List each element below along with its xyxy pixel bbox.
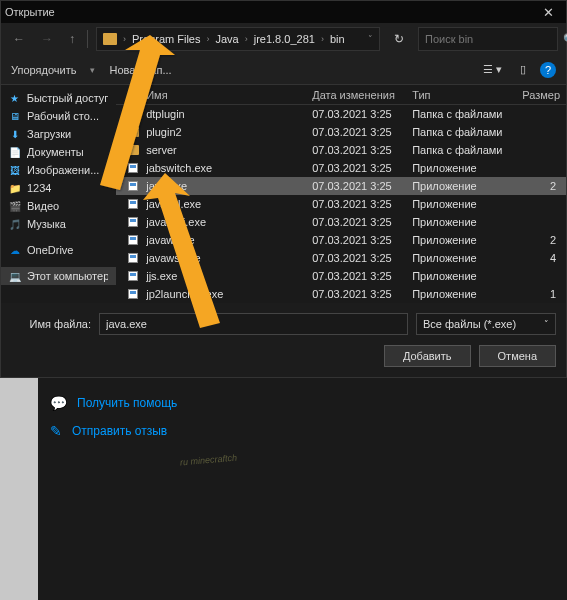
sidebar-icon: 🎵	[9, 218, 21, 230]
file-type: Приложение	[412, 234, 522, 246]
file-list: Имя Дата изменения Тип Размер dtplugin07…	[116, 85, 566, 303]
file-name: java.exe	[146, 180, 312, 192]
chat-icon: 💬	[50, 395, 67, 411]
filetype-select[interactable]: Все файлы (*.exe) ˅	[416, 313, 556, 335]
sidebar-label: Быстрый доступ	[27, 92, 108, 104]
file-row[interactable]: jp2launcher.exe07.03.2021 3:25Приложение…	[116, 285, 566, 303]
filename-label: Имя файла:	[11, 318, 91, 330]
sidebar-label: Загрузки	[27, 128, 71, 140]
sidebar-item[interactable]: 🖼Изображени...	[1, 161, 116, 179]
sidebar-icon: 🖼	[9, 164, 21, 176]
sidebar-item[interactable]: 💻Этот компьютер	[1, 267, 116, 285]
sidebar-label: Видео	[27, 200, 59, 212]
sidebar-item[interactable]: 🖥Рабочий сто...	[1, 107, 116, 125]
filename-input[interactable]	[99, 313, 408, 335]
sidebar-label: Документы	[27, 146, 84, 158]
file-date: 07.03.2021 3:25	[312, 252, 412, 264]
sidebar-label: Рабочий сто...	[27, 110, 99, 122]
file-row[interactable]: java-rmi.exe07.03.2021 3:25Приложение	[116, 213, 566, 231]
file-type: Приложение	[412, 270, 522, 282]
crumb-item[interactable]: Program Files	[132, 33, 200, 45]
file-row[interactable]: jjs.exe07.03.2021 3:25Приложение	[116, 267, 566, 285]
view-preview-button[interactable]: ▯	[516, 61, 530, 78]
file-row[interactable]: jabswitch.exe07.03.2021 3:25Приложение	[116, 159, 566, 177]
file-row[interactable]: dtplugin07.03.2021 3:25Папка с файлами	[116, 105, 566, 123]
file-type: Приложение	[412, 198, 522, 210]
file-date: 07.03.2021 3:25	[312, 234, 412, 246]
file-type: Приложение	[412, 216, 522, 228]
file-name: jp2launcher.exe	[146, 288, 312, 300]
file-row[interactable]: javaw.exe07.03.2021 3:25Приложение2	[116, 231, 566, 249]
file-name: javaw.exe	[146, 234, 312, 246]
open-button[interactable]: Добавить	[384, 345, 471, 367]
close-button[interactable]: ✕	[534, 5, 562, 20]
sidebar-icon: ⬇	[9, 128, 21, 140]
file-name: jabswitch.exe	[146, 162, 312, 174]
sidebar-icon: 📁	[9, 182, 21, 194]
sidebar-item[interactable]: ⬇Загрузки	[1, 125, 116, 143]
sidebar-label: Этот компьютер	[27, 270, 108, 282]
file-row[interactable]: server07.03.2021 3:25Папка с файлами	[116, 141, 566, 159]
refresh-button[interactable]: ↻	[388, 32, 410, 46]
col-name[interactable]: Имя	[116, 89, 306, 101]
crumb-item[interactable]: bin	[330, 33, 345, 45]
organize-button[interactable]: Упорядочить	[11, 64, 76, 76]
file-row[interactable]: java.exe07.03.2021 3:25Приложение2	[116, 177, 566, 195]
breadcrumb[interactable]: › Program Files › Java › jre1.8.0_281 › …	[96, 27, 380, 51]
get-help-link[interactable]: 💬 Получить помощь	[50, 395, 177, 411]
sidebar-icon: ★	[9, 92, 21, 104]
help-button[interactable]: ?	[540, 62, 556, 78]
toolbar: Упорядочить ▾ Новая пап... ☰ ▾ ▯ ?	[1, 55, 566, 85]
col-size[interactable]: Размер	[516, 89, 566, 101]
sidebar-item[interactable]: ☁OneDrive	[1, 241, 116, 259]
col-date[interactable]: Дата изменения	[306, 89, 406, 101]
file-name: jjs.exe	[146, 270, 312, 282]
file-row[interactable]: javacpl.exe07.03.2021 3:25Приложение	[116, 195, 566, 213]
cancel-button[interactable]: Отмена	[479, 345, 556, 367]
sidebar-item[interactable]: 📄Документы	[1, 143, 116, 161]
file-type: Папка с файлами	[412, 108, 522, 120]
exe-icon	[128, 235, 138, 245]
file-size: 2	[522, 180, 566, 192]
file-name: plugin2	[146, 126, 312, 138]
file-date: 07.03.2021 3:25	[312, 180, 412, 192]
sidebar-icon: 💻	[9, 270, 21, 282]
crumb-item[interactable]: Java	[215, 33, 238, 45]
search-icon[interactable]: 🔍	[563, 33, 567, 46]
window-title: Открытие	[5, 6, 534, 18]
file-date: 07.03.2021 3:25	[312, 198, 412, 210]
newfolder-button[interactable]: Новая пап...	[109, 64, 171, 76]
folder-icon	[127, 109, 139, 119]
file-date: 07.03.2021 3:25	[312, 126, 412, 138]
up-button[interactable]: ↑	[65, 32, 79, 46]
feedback-icon: ✎	[50, 423, 62, 439]
file-row[interactable]: javaws.exe07.03.2021 3:25Приложение4	[116, 249, 566, 267]
sidebar-item	[1, 233, 116, 241]
exe-icon	[128, 181, 138, 191]
file-date: 07.03.2021 3:25	[312, 216, 412, 228]
file-type: Папка с файлами	[412, 126, 522, 138]
search-input[interactable]	[425, 33, 563, 45]
file-row[interactable]: plugin207.03.2021 3:25Папка с файлами	[116, 123, 566, 141]
file-type: Папка с файлами	[412, 144, 522, 156]
forward-button[interactable]: →	[37, 32, 57, 46]
col-type[interactable]: Тип	[406, 89, 516, 101]
crumb-item[interactable]: jre1.8.0_281	[254, 33, 315, 45]
sidebar-label: Музыка	[27, 218, 66, 230]
sidebar-item[interactable]: 🎵Музыка	[1, 215, 116, 233]
sidebar-label: Изображени...	[27, 164, 99, 176]
file-date: 07.03.2021 3:25	[312, 108, 412, 120]
exe-icon	[128, 289, 138, 299]
sidebar-icon: 🎬	[9, 200, 21, 212]
file-name: dtplugin	[146, 108, 312, 120]
sidebar-icon: 📄	[9, 146, 21, 158]
file-date: 07.03.2021 3:25	[312, 288, 412, 300]
sidebar-item[interactable]: 🎬Видео	[1, 197, 116, 215]
file-size: 4	[522, 252, 566, 264]
sidebar-item[interactable]: 📁1234	[1, 179, 116, 197]
sidebar-item[interactable]: ★Быстрый доступ	[1, 89, 116, 107]
feedback-link[interactable]: ✎ Отправить отзыв	[50, 423, 177, 439]
view-details-button[interactable]: ☰ ▾	[479, 61, 506, 78]
back-button[interactable]: ←	[9, 32, 29, 46]
file-name: server	[146, 144, 312, 156]
